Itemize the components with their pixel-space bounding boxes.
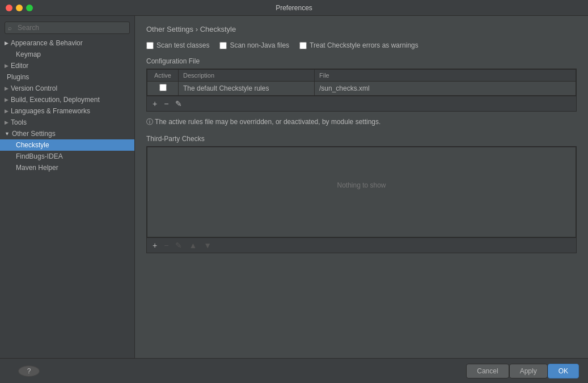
third-party-label: Third-Party Checks <box>146 135 577 143</box>
treat-errors-checkbox[interactable] <box>299 42 307 49</box>
help-button[interactable]: ? <box>18 365 40 377</box>
third-party-down-button[interactable]: ▼ <box>201 240 214 250</box>
sidebar-item-label: FindBugs-IDEA <box>16 152 63 160</box>
minimize-button[interactable] <box>16 5 23 11</box>
maximize-button[interactable] <box>26 5 33 11</box>
bottom-bar-inner: ? Cancel Apply OK <box>9 364 579 378</box>
checkboxes-row: Scan test classes Scan non-Java files Tr… <box>146 41 577 49</box>
table-row[interactable]: The default Checkstyle rules /sun_checks… <box>147 82 576 96</box>
main-layout: ⌕ ▶ Appearance & Behavior Keymap ▶ Edito… <box>0 16 588 358</box>
expand-icon: ▶ <box>5 63 9 69</box>
sidebar-item-tools[interactable]: ▶ Tools <box>0 117 134 128</box>
sidebar-item-label: Version Control <box>11 84 57 92</box>
scan-test-label[interactable]: Scan test classes <box>146 41 209 49</box>
third-party-add-button[interactable]: + <box>150 240 159 250</box>
col-active-header: Active <box>147 70 179 82</box>
expand-icon: ▶ <box>5 120 9 125</box>
title-bar: Preferences <box>0 0 588 16</box>
expand-icon: ▶ <box>5 86 9 91</box>
sidebar-item-findbugs[interactable]: FindBugs-IDEA <box>0 151 134 162</box>
third-party-edit-button[interactable]: ✎ <box>173 240 184 250</box>
sidebar-item-label: Appearance & Behavior <box>11 39 83 47</box>
search-input[interactable] <box>5 22 130 34</box>
scan-test-text: Scan test classes <box>156 41 209 49</box>
window-controls[interactable] <box>6 5 33 11</box>
sidebar-item-plugins[interactable]: Plugins <box>0 71 134 83</box>
sidebar-item-keymap[interactable]: Keymap <box>0 49 134 60</box>
scan-non-java-text: Scan non-Java files <box>230 41 289 49</box>
expand-icon: ▼ <box>5 131 10 137</box>
col-desc-header: Description <box>179 70 315 82</box>
config-section-label: Configuration File <box>146 57 577 65</box>
expand-icon: ▶ <box>5 40 9 46</box>
expand-icon: ▶ <box>5 97 9 103</box>
scan-non-java-label[interactable]: Scan non-Java files <box>219 41 289 49</box>
col-file-header: File <box>315 70 576 82</box>
close-button[interactable] <box>6 5 12 11</box>
sidebar-item-appearance-behavior[interactable]: ▶ Appearance & Behavior <box>0 37 134 49</box>
third-party-toolbar: + − ✎ ▲ ▼ <box>146 238 577 253</box>
config-table: Active Description File The default Chec… <box>147 69 576 96</box>
sidebar-item-label: Languages & Frameworks <box>11 107 90 115</box>
info-row: ⓘ The active rules file may be overridde… <box>146 117 577 127</box>
sidebar-item-editor[interactable]: ▶ Editor <box>0 60 134 71</box>
sidebar-item-label: Keymap <box>16 50 41 58</box>
expand-icon: ▶ <box>5 108 9 114</box>
sidebar-item-label: Other Settings <box>12 130 56 138</box>
window-title: Preferences <box>276 4 312 12</box>
sidebar-item-label: Tools <box>11 118 27 126</box>
scan-non-java-checkbox[interactable] <box>219 42 227 49</box>
sidebar-item-maven-helper[interactable]: Maven Helper <box>0 162 134 173</box>
info-text: ⓘ The active rules file may be overridde… <box>146 117 380 127</box>
treat-errors-label[interactable]: Treat Checkstyle errors as warnings <box>299 41 418 49</box>
third-party-remove-button[interactable]: − <box>162 240 171 250</box>
search-box[interactable]: ⌕ <box>5 22 130 34</box>
sidebar-item-languages-frameworks[interactable]: ▶ Languages & Frameworks <box>0 105 134 117</box>
config-remove-button[interactable]: − <box>162 99 171 109</box>
sidebar-item-build-execution[interactable]: ▶ Build, Execution, Deployment <box>0 94 134 105</box>
treat-errors-text: Treat Checkstyle errors as warnings <box>310 41 418 49</box>
sidebar: ⌕ ▶ Appearance & Behavior Keymap ▶ Edito… <box>0 16 135 358</box>
config-add-button[interactable]: + <box>150 99 159 109</box>
row-description-cell: The default Checkstyle rules <box>179 82 315 96</box>
sidebar-item-label: Maven Helper <box>16 164 58 172</box>
third-party-table: Nothing to show <box>147 147 576 237</box>
ok-button[interactable]: OK <box>548 364 579 378</box>
sidebar-item-version-control[interactable]: ▶ Version Control <box>0 83 134 94</box>
config-edit-button[interactable]: ✎ <box>173 99 184 109</box>
cancel-button[interactable]: Cancel <box>466 364 509 378</box>
search-icon: ⌕ <box>8 24 12 31</box>
row-active-checkbox[interactable] <box>159 84 167 91</box>
sidebar-item-label: Editor <box>11 62 28 70</box>
row-file-cell: /sun_checks.xml <box>315 82 576 96</box>
sidebar-item-other-settings[interactable]: ▼ Other Settings <box>0 128 134 139</box>
scan-test-checkbox[interactable] <box>146 42 154 49</box>
content-area: Other Settings › Checkstyle Scan test cl… <box>135 16 588 358</box>
sidebar-item-label: Build, Execution, Deployment <box>11 96 100 104</box>
third-party-up-button[interactable]: ▲ <box>187 240 199 250</box>
config-toolbar: + − ✎ <box>146 96 577 112</box>
nothing-to-show: Nothing to show <box>147 147 576 223</box>
sidebar-item-label: Plugins <box>7 73 29 81</box>
config-table-container: Active Description File The default Chec… <box>146 69 577 96</box>
sidebar-item-checkstyle[interactable]: Checkstyle <box>0 139 134 151</box>
sidebar-item-label: Checkstyle <box>16 141 49 149</box>
apply-button[interactable]: Apply <box>509 364 548 378</box>
breadcrumb: Other Settings › Checkstyle <box>146 25 577 33</box>
row-active-cell[interactable] <box>147 82 179 96</box>
third-party-table-container: Nothing to show <box>146 146 577 238</box>
bottom-bar: ? Cancel Apply OK <box>0 358 588 383</box>
